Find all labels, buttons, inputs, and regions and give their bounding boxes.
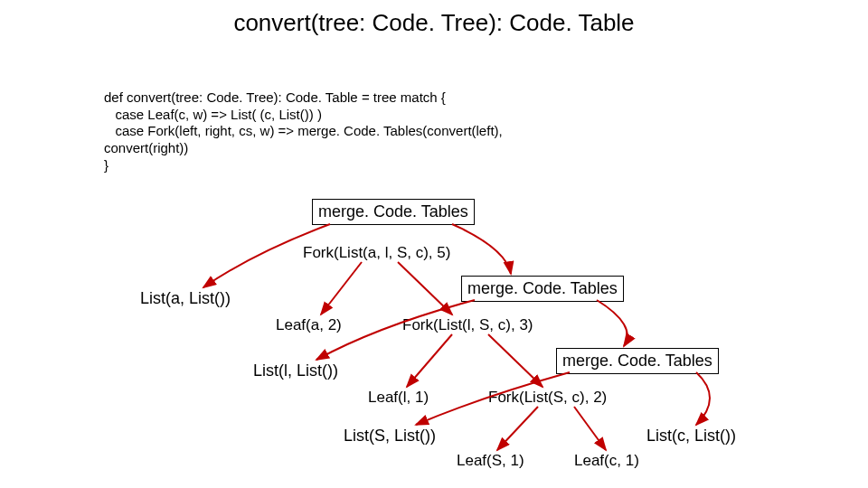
tree-node-1: Fork(List(a, l, S, c), 5) — [303, 244, 450, 262]
code-line-1: def convert(tree: Code. Tree): Code. Tab… — [104, 89, 446, 105]
tree-node-2: Leaf(a, 2) — [276, 316, 342, 334]
code-line-3: case Fork(left, right, cs, w) => merge. … — [104, 123, 503, 138]
code-block: def convert(tree: Code. Tree): Code. Tab… — [104, 72, 503, 174]
tree-node-7: Leaf(c, 1) — [574, 452, 639, 470]
list-a-label: List(a, List()) — [140, 289, 231, 308]
list-s-label: List(S, List()) — [344, 427, 436, 446]
code-line-4: convert(right)) — [104, 140, 188, 155]
tree-node-5: Fork(List(S, c), 2) — [488, 389, 607, 407]
slide-title: convert(tree: Code. Tree): Code. Table — [0, 9, 868, 37]
tree-node-4: Leaf(l, 1) — [368, 389, 429, 407]
list-l-label: List(l, List()) — [253, 361, 338, 380]
list-c-label: List(c, List()) — [646, 427, 736, 446]
tree-node-3: Fork(List(l, S, c), 3) — [402, 316, 533, 334]
code-line-2: case Leaf(c, w) => List( (c, List()) ) — [104, 107, 322, 122]
merge-box-3: merge. Code. Tables — [556, 348, 719, 374]
tree-node-6: Leaf(S, 1) — [457, 452, 524, 470]
code-line-5: } — [104, 157, 108, 173]
merge-box-1: merge. Code. Tables — [312, 199, 475, 225]
merge-box-2: merge. Code. Tables — [461, 276, 624, 302]
